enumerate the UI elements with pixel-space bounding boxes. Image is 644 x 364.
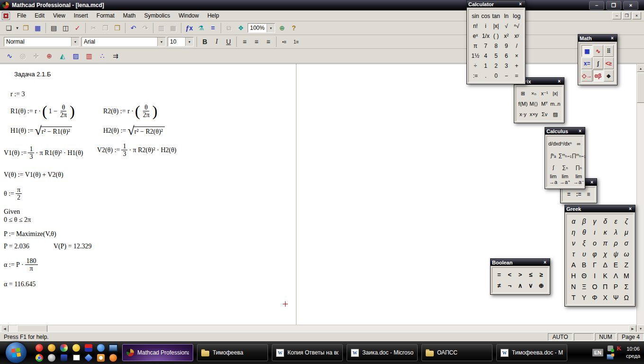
- dropdown-arrow-icon[interactable]: ▾: [267, 24, 275, 32]
- greek-letter-key[interactable]: Φ: [590, 292, 600, 303]
- boolean-key[interactable]: >: [515, 269, 525, 280]
- greek-letter-key[interactable]: Κ: [600, 270, 610, 281]
- greek-letter-key[interactable]: ε: [610, 216, 621, 227]
- calculator-key[interactable]: :=: [470, 71, 481, 81]
- calculus-key[interactable]: ∑ₙ: [558, 162, 572, 173]
- calculator-key[interactable]: eˣ: [470, 31, 481, 41]
- calculator-key[interactable]: log: [511, 11, 522, 21]
- calculator-key[interactable]: /: [511, 41, 522, 51]
- math-region[interactable]: Given: [4, 208, 20, 216]
- calculus-key[interactable]: ∏ᵐₙ₌₁: [572, 150, 586, 162]
- menu-item[interactable]: Edit: [30, 11, 49, 20]
- greek-letter-key[interactable]: Υ: [579, 292, 589, 303]
- taskbar-button-word-timofeeva-doc[interactable]: W Тимофеева.doc - Mic...: [496, 344, 567, 361]
- matrix-key[interactable]: x·y: [518, 109, 528, 119]
- antivirus-icon[interactable]: [48, 344, 55, 352]
- boolean-key[interactable]: ≠: [494, 280, 504, 291]
- greek-letter-key[interactable]: θ: [579, 227, 589, 237]
- scroll-up-icon[interactable]: ▲: [637, 64, 644, 72]
- firefox-icon[interactable]: [109, 354, 117, 362]
- greek-letter-key[interactable]: Β: [579, 259, 589, 270]
- matrix-palette-icon[interactable]: ⠿: [604, 45, 614, 57]
- separator[interactable]: [44, 23, 48, 33]
- greek-letter-key[interactable]: Λ: [610, 270, 621, 281]
- boolean-key[interactable]: <: [504, 269, 515, 280]
- greek-letter-key[interactable]: Ζ: [621, 259, 632, 270]
- greek-letter-key[interactable]: μ: [621, 227, 632, 237]
- align-center-button[interactable]: ≡: [250, 36, 262, 47]
- greek-palette-titlebar[interactable]: Greek ×: [565, 205, 635, 212]
- paint-palette-icon[interactable]: [60, 344, 68, 352]
- separator[interactable]: [219, 23, 223, 33]
- calculus-key[interactable]: ∫: [548, 162, 558, 173]
- greek-letter-key[interactable]: κ: [600, 227, 610, 237]
- greek-letter-key[interactable]: Σ: [621, 281, 632, 292]
- math-palette-titlebar[interactable]: Math ×: [578, 35, 617, 42]
- bar-plot-3d-button[interactable]: ▥: [82, 51, 96, 61]
- boolean-palette-titlebar[interactable]: Boolean ×: [491, 259, 550, 266]
- greek-letter-key[interactable]: δ: [600, 216, 610, 227]
- calculator-key[interactable]: ( ): [491, 31, 501, 41]
- close-icon[interactable]: ×: [577, 128, 583, 134]
- greek-letter-key[interactable]: Τ: [568, 292, 579, 303]
- vector-field-button[interactable]: ⇉: [109, 51, 122, 61]
- menu-item[interactable]: Symbolics: [140, 11, 175, 20]
- greek-letter-key[interactable]: ζ: [621, 216, 632, 227]
- taskbar-button-word-kopiya[interactable]: W Копия Ответы на во...: [272, 344, 343, 361]
- calculator-key[interactable]: 1: [481, 61, 491, 71]
- font-size-combobox[interactable]: 10 ▾: [168, 37, 194, 46]
- greek-letter-key[interactable]: λ: [610, 227, 621, 237]
- calculator-key[interactable]: −: [501, 71, 511, 81]
- copy-button[interactable]: ❐: [99, 23, 111, 33]
- dropdown-arrow-icon[interactable]: ▾: [157, 37, 165, 46]
- symbolic-palette-icon[interactable]: ⬥: [604, 70, 614, 82]
- boolean-key[interactable]: ¬: [504, 280, 515, 291]
- calculator-key[interactable]: √: [501, 21, 511, 31]
- math-region[interactable]: r := 3: [10, 91, 25, 98]
- math-region[interactable]: R2(θ) := r · ( θ2π ): [103, 104, 157, 119]
- calculus-key[interactable]: lim →a⁺: [558, 173, 572, 185]
- menu-item[interactable]: Help: [203, 11, 224, 20]
- matrix-key[interactable]: |x|: [550, 88, 561, 99]
- greek-letter-key[interactable]: γ: [590, 216, 600, 227]
- new-dropdown-arrow[interactable]: ▾: [15, 23, 20, 33]
- zoom-plot-button[interactable]: ◎: [16, 51, 29, 61]
- calculator-key[interactable]: 1/x: [481, 31, 491, 41]
- messenger-icon[interactable]: [72, 344, 80, 352]
- menu-item[interactable]: Format: [92, 11, 119, 20]
- calculator-key[interactable]: 8: [491, 41, 501, 51]
- calculator-key[interactable]: 5: [491, 51, 501, 61]
- xy-plot-button[interactable]: ∿: [3, 51, 16, 61]
- calculate-button[interactable]: =: [207, 23, 219, 33]
- insert-component-button[interactable]: ❖: [235, 23, 247, 33]
- diamond-tool-icon[interactable]: [85, 354, 93, 362]
- surface-plot-button[interactable]: ◭: [56, 51, 69, 61]
- greek-letter-key[interactable]: Ο: [590, 281, 600, 292]
- new-button[interactable]: ❏: [3, 23, 15, 33]
- calculator-key[interactable]: 4: [481, 51, 491, 61]
- display-settings-tray-icon[interactable]: [607, 354, 614, 360]
- evaluation-key[interactable]: =: [564, 189, 574, 200]
- calculator-key[interactable]: ÷: [470, 61, 481, 71]
- save-button[interactable]: ▦: [32, 23, 44, 33]
- taskbar-button-folder-timofeeva[interactable]: Тимофеева: [197, 344, 268, 361]
- spell-check-button[interactable]: ✓: [72, 23, 83, 33]
- math-region[interactable]: 0 ≤ θ ≤ 2π: [4, 216, 31, 224]
- boolean-key[interactable]: ≥: [536, 269, 546, 280]
- minimize-button[interactable]: –: [589, 1, 604, 10]
- matrix-key[interactable]: ⊞: [518, 88, 528, 99]
- calculus-palette-titlebar[interactable]: Calculus ×: [545, 127, 585, 135]
- insert-function-button[interactable]: ƒx: [183, 23, 195, 33]
- insert-unit-button[interactable]: ⚗: [195, 23, 207, 33]
- greek-letter-key[interactable]: χ: [600, 248, 610, 259]
- align-right-button[interactable]: ≡: [262, 36, 274, 47]
- greek-letter-key[interactable]: π: [600, 237, 610, 248]
- calculator-key[interactable]: ⁿ√: [511, 21, 522, 31]
- calculator-key[interactable]: 2: [491, 61, 501, 71]
- zoom-combobox[interactable]: 100% ▾: [248, 23, 275, 33]
- greek-letter-key[interactable]: Θ: [579, 270, 589, 281]
- calculator-key[interactable]: n!: [470, 21, 481, 31]
- calculator-key[interactable]: ln: [501, 11, 511, 21]
- calculator-key[interactable]: cos: [481, 11, 491, 21]
- greek-letter-key[interactable]: Ι: [590, 270, 600, 281]
